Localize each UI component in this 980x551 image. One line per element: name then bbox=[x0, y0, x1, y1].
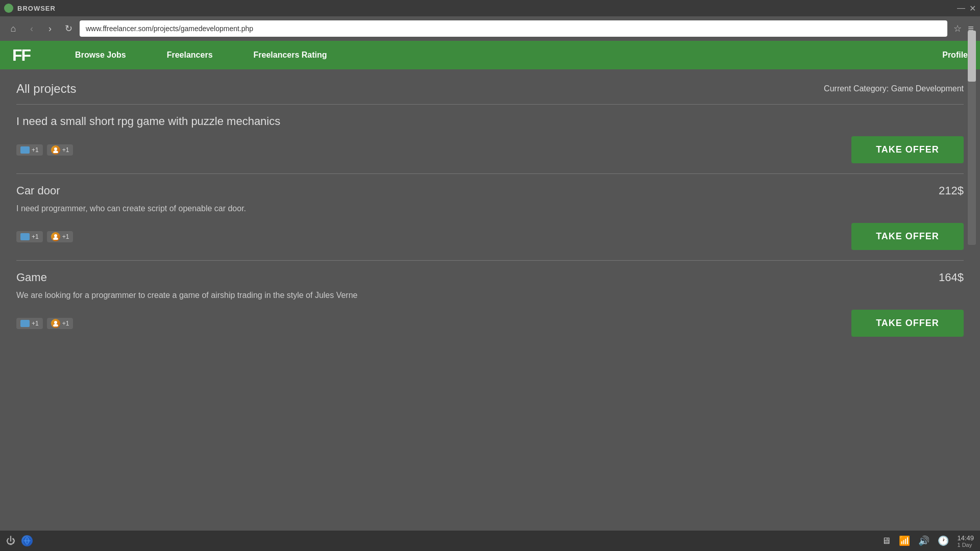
project-title-1: I need a small short rpg game with puzzl… bbox=[16, 115, 280, 128]
take-offer-button-1[interactable]: TAKE OFFER bbox=[851, 136, 964, 163]
monitor-icon-1 bbox=[20, 146, 30, 154]
monitor-icon-2 bbox=[20, 233, 30, 240]
project-title-3: Game bbox=[16, 271, 47, 284]
project-price-3: 164$ bbox=[939, 271, 964, 284]
project-footer-3: +1 +1 TAKE OFFER bbox=[16, 310, 964, 337]
taskbar-time: 14:49 bbox=[957, 534, 974, 542]
wifi-icon: 📶 bbox=[899, 535, 910, 546]
screen-icon: 🖥 bbox=[881, 536, 891, 546]
tag-count-1a: +1 bbox=[32, 146, 39, 154]
svg-point-4 bbox=[54, 321, 57, 324]
power-icon[interactable]: ⏻ bbox=[6, 536, 15, 546]
tag-user-1: +1 bbox=[47, 144, 74, 156]
project-description-2: I need programmer, who can create script… bbox=[16, 203, 476, 215]
project-list: I need a small short rpg game with puzzl… bbox=[16, 104, 964, 347]
browser-bar: ⌂ ‹ › ↻ www.ffreelancer.som/projects/gam… bbox=[0, 16, 980, 41]
title-bar-controls: — ✕ bbox=[957, 4, 976, 13]
back-button[interactable]: ‹ bbox=[24, 21, 39, 36]
clock-icon: 🕐 bbox=[938, 535, 949, 546]
svg-point-2 bbox=[54, 234, 57, 237]
project-price-2: 212$ bbox=[939, 184, 964, 197]
globe-icon[interactable] bbox=[21, 535, 33, 546]
project-tags-1: +1 +1 bbox=[16, 144, 73, 156]
tag-count-1b: +1 bbox=[62, 146, 69, 154]
svg-point-3 bbox=[53, 237, 58, 240]
reload-button[interactable]: ↻ bbox=[61, 21, 76, 36]
tag-monitor-1: +1 bbox=[16, 144, 43, 156]
nav-browse-jobs[interactable]: Browse Jobs bbox=[55, 51, 146, 60]
tag-user-3: +1 bbox=[47, 318, 74, 329]
user-icon-1 bbox=[51, 145, 60, 155]
tag-count-3a: +1 bbox=[32, 320, 39, 327]
project-item-3: Game 164$ We are looking for a programme… bbox=[16, 260, 964, 347]
tag-monitor-2: +1 bbox=[16, 231, 43, 242]
tag-monitor-3: +1 bbox=[16, 318, 43, 329]
scroll-thumb[interactable] bbox=[968, 69, 976, 82]
project-header-3: Game 164$ bbox=[16, 271, 964, 284]
browser-icon bbox=[4, 4, 13, 13]
taskbar-date: 1 Day bbox=[957, 542, 974, 548]
take-offer-button-2[interactable]: TAKE OFFER bbox=[851, 223, 964, 250]
nav-bar: FF Browse Jobs Freelancers Freelancers R… bbox=[0, 41, 980, 69]
project-item-2: Car door 212$ I need programmer, who can… bbox=[16, 173, 964, 260]
take-offer-button-3[interactable]: TAKE OFFER bbox=[851, 310, 964, 337]
minimize-button[interactable]: — bbox=[957, 4, 965, 13]
page-title: All projects bbox=[16, 82, 76, 96]
project-title-2: Car door bbox=[16, 184, 60, 197]
category-label: Current Category: Game Development bbox=[824, 84, 964, 93]
tag-count-2a: +1 bbox=[32, 233, 39, 240]
close-button[interactable]: ✕ bbox=[969, 4, 976, 13]
title-bar: BROWSER — ✕ bbox=[0, 0, 980, 16]
svg-point-5 bbox=[53, 324, 58, 327]
main-content: All projects Current Category: Game Deve… bbox=[0, 69, 980, 531]
project-tags-3: +1 +1 bbox=[16, 318, 73, 329]
tag-count-2b: +1 bbox=[62, 233, 69, 240]
taskbar-time-block: 14:49 1 Day bbox=[957, 534, 974, 548]
project-header-2: Car door 212$ bbox=[16, 184, 964, 197]
project-header-1: I need a small short rpg game with puzzl… bbox=[16, 115, 964, 128]
forward-button[interactable]: › bbox=[43, 21, 57, 36]
user-icon-3 bbox=[51, 319, 60, 328]
home-button[interactable]: ⌂ bbox=[6, 21, 20, 36]
project-tags-2: +1 +1 bbox=[16, 231, 73, 242]
svg-point-1 bbox=[53, 151, 58, 153]
user-icon-2 bbox=[51, 232, 60, 241]
nav-freelancers[interactable]: Freelancers bbox=[146, 51, 233, 60]
nav-freelancers-rating[interactable]: Freelancers Rating bbox=[233, 51, 348, 60]
nav-links: Browse Jobs Freelancers Freelancers Rati… bbox=[55, 51, 348, 60]
tag-user-2: +1 bbox=[47, 231, 74, 242]
url-input[interactable]: www.ffreelancer.som/projects/gamedevelop… bbox=[80, 20, 947, 37]
taskbar: ⏻ 🖥 📶 🔊 🕐 14:49 1 Day bbox=[0, 531, 980, 551]
title-bar-title: BROWSER bbox=[17, 5, 56, 12]
taskbar-right: 🖥 📶 🔊 🕐 14:49 1 Day bbox=[881, 534, 974, 548]
project-footer-1: +1 +1 TAKE OFFER bbox=[16, 136, 964, 163]
scroll-track[interactable] bbox=[968, 69, 976, 245]
nav-profile[interactable]: Profile bbox=[942, 51, 968, 60]
logo: FF bbox=[12, 46, 30, 65]
bookmark-button[interactable]: ☆ bbox=[953, 23, 962, 34]
tag-count-3b: +1 bbox=[62, 320, 69, 327]
project-description-3: We are looking for a programmer to creat… bbox=[16, 289, 476, 302]
project-item-1: I need a small short rpg game with puzzl… bbox=[16, 104, 964, 173]
svg-point-0 bbox=[54, 147, 57, 151]
project-footer-2: +1 +1 TAKE OFFER bbox=[16, 223, 964, 250]
monitor-icon-3 bbox=[20, 320, 30, 327]
page-header: All projects Current Category: Game Deve… bbox=[16, 82, 964, 96]
volume-icon: 🔊 bbox=[918, 535, 929, 546]
